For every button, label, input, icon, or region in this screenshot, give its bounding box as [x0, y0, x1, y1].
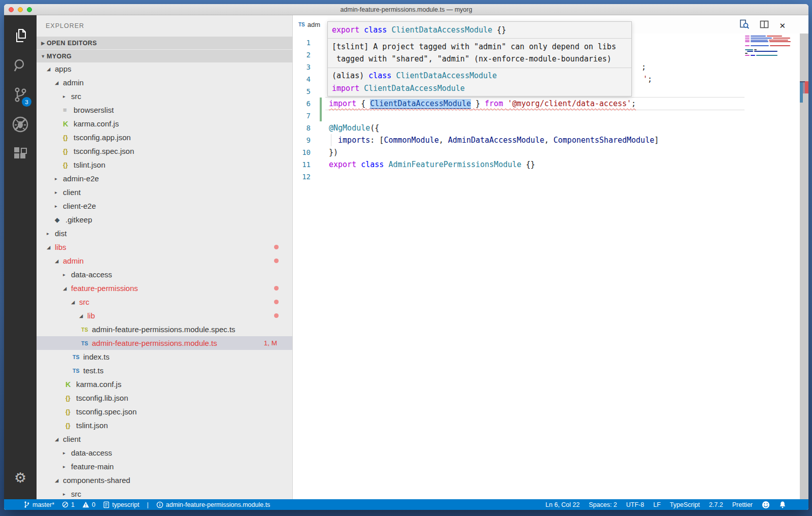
- tree-item-tsconfig-app-json[interactable]: {}tsconfig.app.json: [37, 131, 292, 144]
- status-encoding[interactable]: UTF-8: [626, 501, 644, 508]
- status-active-file-info[interactable]: admin-feature-permissions.module.ts: [156, 501, 270, 508]
- branch-icon: [23, 501, 30, 508]
- tree-item-src[interactable]: ▸src: [37, 487, 292, 499]
- tree-item-label: lib: [87, 311, 95, 320]
- status-feedback[interactable]: [762, 501, 770, 509]
- tree-item-admin-feature-permissions-module-spec-ts[interactable]: TSadmin-feature-permissions.module.spec.…: [37, 322, 292, 336]
- tree-item-browserslist[interactable]: ≡browserslist: [37, 103, 292, 117]
- active-tab[interactable]: TS adm: [293, 15, 327, 34]
- code-line-8[interactable]: @NgModule({: [329, 122, 379, 134]
- json-icon: {}: [63, 148, 74, 155]
- tree-item-admin[interactable]: ◢admin: [37, 76, 292, 89]
- status-formatter[interactable]: Prettier: [732, 501, 753, 508]
- tree-item-dist[interactable]: ▸dist: [37, 227, 292, 240]
- tree-item--gitkeep[interactable]: ◆.gitkeep: [37, 213, 292, 227]
- tree-item-tsconfig-spec-json[interactable]: {}tsconfig.spec.json: [37, 144, 292, 158]
- explorer-tab[interactable]: [8, 21, 32, 51]
- status-notifications[interactable]: [779, 501, 786, 509]
- explorer-sidebar: EXPLORER ▶ OPEN EDITORS ▼ MYORG ◢apps◢ad…: [37, 15, 293, 499]
- tree-item-label: test.ts: [83, 366, 104, 375]
- status-git-branch[interactable]: master*: [23, 501, 54, 508]
- status-linter-status[interactable]: typescript: [103, 501, 140, 508]
- tree-item-admin-e2e[interactable]: ▸admin-e2e: [37, 172, 292, 185]
- tree-item-client[interactable]: ◢client: [37, 432, 292, 446]
- tree-item-tsconfig-spec-json[interactable]: {}tsconfig.spec.json: [37, 405, 292, 418]
- tree-item-label: libs: [55, 243, 66, 251]
- settings-gear-icon[interactable]: ⚙: [4, 471, 37, 485]
- tree-item-tsconfig-lib-json[interactable]: {}tsconfig.lib.json: [37, 391, 292, 405]
- tree-item-admin-feature-permissions-module-ts[interactable]: TSadmin-feature-permissions.module.ts1, …: [37, 336, 292, 350]
- code-line-9[interactable]: imports: [CommonModule, AdminDataAccessM…: [329, 134, 659, 146]
- chevron-expanded-icon: ◢: [47, 66, 55, 72]
- status-indentation[interactable]: Spaces: 2: [589, 501, 617, 508]
- minimap-line: [745, 41, 791, 42]
- code-line-3-tail[interactable]: ;: [641, 61, 646, 73]
- error-dot-badge: [274, 313, 279, 318]
- warning-icon: [82, 501, 89, 508]
- tree-item-feature-permissions[interactable]: ◢feature-permissions: [37, 281, 292, 295]
- tree-item-libs[interactable]: ◢libs: [37, 240, 292, 254]
- tree-item-karma-conf-js[interactable]: Kkarma.conf.js: [37, 117, 292, 131]
- tree-item-label: karma.conf.js: [74, 119, 119, 128]
- tree-item-components-shared[interactable]: ◢components-shared: [37, 473, 292, 487]
- typescript-icon: TS: [73, 368, 83, 374]
- minimap[interactable]: [745, 36, 791, 57]
- chevron-expanded-icon: ◢: [71, 299, 79, 305]
- editor-group: TS adm ✕ 123456789101112 import { Client…: [293, 15, 808, 499]
- code-line-11[interactable]: export class AdminFeaturePermissionsModu…: [329, 158, 535, 171]
- status-problems-warnings[interactable]: 0: [82, 501, 95, 508]
- status-problems-errors[interactable]: 1: [62, 501, 75, 508]
- tree-item-feature-main[interactable]: ▸feature-main: [37, 460, 292, 473]
- workspace-root-section[interactable]: ▼ MYORG: [37, 50, 292, 62]
- tree-item-data-access[interactable]: ▸data-access: [37, 446, 292, 460]
- status-cursor-position[interactable]: Ln 6, Col 22: [546, 501, 580, 508]
- line-number-1: 1: [293, 37, 311, 49]
- tree-item-label: index.ts: [83, 352, 110, 361]
- chevron-collapsed-icon: ▸: [63, 272, 71, 277]
- find-in-file-icon[interactable]: [739, 19, 750, 31]
- tree-item-client[interactable]: ▸client: [37, 185, 292, 199]
- split-editor-icon[interactable]: [760, 20, 769, 30]
- tree-item-data-access[interactable]: ▸data-access: [37, 268, 292, 281]
- source-control-tab[interactable]: 3: [8, 80, 32, 110]
- search-tab[interactable]: [8, 51, 32, 80]
- status-ts-version[interactable]: 2.7.2: [709, 501, 723, 508]
- tree-item-label: tsconfig.spec.json: [74, 147, 134, 155]
- code-line-4-tail[interactable]: ';: [643, 73, 652, 85]
- chevron-collapsed-icon: ▸: [55, 176, 63, 181]
- tree-item-client-e2e[interactable]: ▸client-e2e: [37, 199, 292, 213]
- tree-item-lib[interactable]: ◢lib: [37, 309, 292, 322]
- chevron-collapsed-icon: ▸: [63, 464, 71, 469]
- chevron-collapsed-icon: ▸: [63, 450, 71, 456]
- debug-tab[interactable]: [8, 110, 32, 139]
- hover-alias-info: (alias) class ClientDataAccessModule imp…: [328, 68, 631, 96]
- open-editors-section[interactable]: ▶ OPEN EDITORS: [37, 37, 292, 49]
- minimap-line: [745, 38, 791, 39]
- close-editor-icon[interactable]: ✕: [779, 22, 786, 29]
- tree-item-test-ts[interactable]: TStest.ts: [37, 364, 292, 377]
- code-line-10[interactable]: }): [329, 146, 338, 158]
- tree-item-karma-conf-js[interactable]: Kkarma.conf.js: [37, 377, 292, 391]
- scrollbar[interactable]: [800, 34, 808, 499]
- status-eol[interactable]: LF: [653, 501, 661, 508]
- tree-item-tslint-json[interactable]: {}tslint.json: [37, 418, 292, 432]
- title-bar[interactable]: admin-feature-permissions.module.ts — my…: [4, 4, 808, 15]
- tree-item-apps[interactable]: ◢apps: [37, 62, 292, 76]
- status-language-mode[interactable]: TypeScript: [670, 501, 700, 508]
- tree-item-tslint-json[interactable]: {}tslint.json: [37, 158, 292, 172]
- tree-item-src[interactable]: ▸src: [37, 89, 292, 103]
- minimap-line: [745, 43, 791, 44]
- extensions-tab[interactable]: [8, 139, 32, 169]
- error-dot-badge: [274, 300, 279, 304]
- chevron-expanded-icon: ◢: [55, 436, 63, 442]
- json-icon: {}: [65, 422, 76, 429]
- git-file-icon: ◆: [55, 216, 65, 223]
- chevron-collapsed-icon: ▸: [55, 203, 63, 209]
- typescript-icon: TS: [81, 340, 92, 346]
- tree-item-admin[interactable]: ◢admin: [37, 254, 292, 268]
- tree-item-src[interactable]: ◢src: [37, 295, 292, 309]
- status-separator: |: [147, 501, 148, 508]
- tree-item-index-ts[interactable]: TSindex.ts: [37, 350, 292, 364]
- code-line-6[interactable]: import { ClientDataAccessModule } from '…: [329, 98, 636, 110]
- line-number-6: 6: [293, 98, 311, 110]
